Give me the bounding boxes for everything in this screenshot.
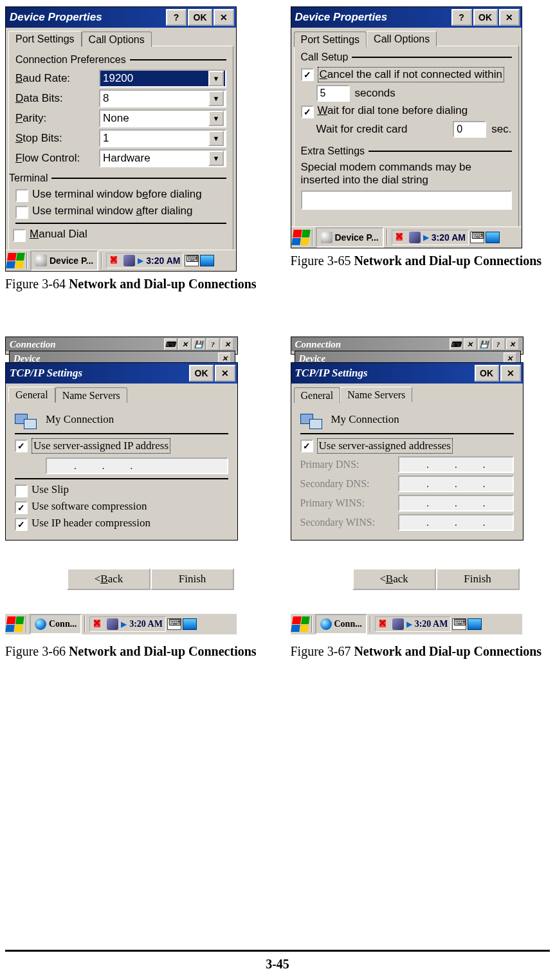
start-icon[interactable]: [6, 253, 24, 268]
close-button[interactable]: ✕: [500, 365, 521, 382]
volume-icon[interactable]: [409, 232, 421, 243]
credit-seconds-input[interactable]: 0: [453, 121, 486, 138]
help-button[interactable]: ?: [166, 9, 187, 26]
keyboard-mini-icon[interactable]: ⌨: [164, 338, 177, 350]
primary-wins-label: Primary WINS:: [300, 497, 395, 509]
volume-icon[interactable]: [107, 618, 118, 630]
ip-header-compression-checkbox[interactable]: ✓: [15, 518, 28, 531]
tcpip-settings-window-name-servers: TCP/IP Settings OK ✕ General Name Server…: [291, 362, 523, 541]
credit-card-label: Wait for credit card: [316, 123, 448, 136]
tab-call-options[interactable]: Call Options: [367, 31, 437, 46]
volume-icon[interactable]: [123, 255, 135, 266]
desktop-icon[interactable]: [468, 618, 482, 630]
server-ip-checkbox[interactable]: ✓: [15, 439, 28, 452]
task-device-properties[interactable]: Device P...: [316, 227, 384, 248]
ok-button[interactable]: OK: [475, 365, 499, 382]
start-icon[interactable]: [5, 616, 24, 632]
task-device-properties[interactable]: Device P...: [30, 250, 98, 271]
chevron-down-icon[interactable]: ▼: [208, 91, 224, 106]
error-flag-icon[interactable]: [378, 618, 390, 630]
terminal-before-checkbox[interactable]: [15, 189, 28, 202]
secondary-wins-input[interactable]: ...: [398, 514, 513, 531]
flow-control-dropdown[interactable]: Hardware▼: [99, 149, 226, 167]
ok-button[interactable]: OK: [189, 365, 214, 382]
chevron-down-icon[interactable]: ▼: [208, 111, 224, 126]
start-icon[interactable]: [291, 230, 310, 245]
wait-dial-tone-checkbox[interactable]: ✓: [301, 106, 314, 118]
data-bits-dropdown[interactable]: 8▼: [99, 89, 226, 107]
keyboard-icon[interactable]: [167, 618, 181, 630]
help-mini-icon[interactable]: ?: [206, 338, 219, 350]
volume-icon[interactable]: [392, 618, 404, 630]
ip-address-input[interactable]: ...: [46, 458, 228, 474]
error-flag-icon[interactable]: [395, 232, 406, 243]
cancel-seconds-input[interactable]: 5: [316, 85, 350, 102]
chevron-down-icon[interactable]: ▼: [208, 71, 224, 86]
help-mini-icon[interactable]: ?: [492, 338, 505, 350]
back-button[interactable]: < Back: [67, 568, 150, 590]
tab-name-servers[interactable]: Name Servers: [340, 387, 412, 402]
stop-bits-dropdown[interactable]: 1▼: [99, 129, 226, 147]
x-mini-icon[interactable]: ✕: [221, 338, 233, 350]
ok-button[interactable]: OK: [473, 9, 498, 26]
close-button[interactable]: ✕: [499, 9, 520, 26]
chevron-down-icon[interactable]: ▼: [208, 151, 224, 166]
start-icon[interactable]: [291, 616, 309, 632]
device-properties-window-call: Device Properties ? OK ✕ Port Settings C…: [291, 6, 522, 248]
terminal-before-label: Use terminal window before dialing: [32, 188, 202, 201]
close-mini-icon[interactable]: ✕: [178, 338, 191, 350]
x-mini-icon[interactable]: ✕: [506, 338, 519, 350]
expand-tray-icon[interactable]: ▶: [138, 256, 143, 265]
close-button[interactable]: ✕: [215, 365, 235, 382]
server-addresses-checkbox[interactable]: ✓: [300, 439, 313, 452]
desktop-icon[interactable]: [200, 255, 214, 266]
tab-general[interactable]: General: [294, 387, 341, 403]
clock: 3:20 AM: [146, 255, 180, 266]
chevron-down-icon[interactable]: ▼: [208, 131, 224, 146]
tab-general[interactable]: General: [8, 387, 55, 402]
cancel-call-checkbox[interactable]: ✓: [301, 68, 314, 81]
ok-button[interactable]: OK: [188, 9, 212, 26]
help-button[interactable]: ?: [451, 9, 472, 26]
terminal-after-checkbox[interactable]: [15, 206, 28, 219]
secondary-wins-label: Secondary WINS:: [300, 517, 395, 528]
parity-dropdown[interactable]: None▼: [99, 109, 226, 127]
close-button[interactable]: ✕: [214, 9, 234, 26]
expand-tray-icon[interactable]: ▶: [423, 233, 429, 242]
globe-icon: [35, 618, 46, 630]
primary-dns-input[interactable]: ...: [398, 456, 513, 473]
tab-call-options[interactable]: Call Options: [82, 32, 152, 47]
close-mini-icon[interactable]: ✕: [464, 338, 477, 350]
keyboard-icon[interactable]: [452, 618, 466, 630]
keyboard-icon[interactable]: [470, 232, 484, 243]
error-flag-icon[interactable]: [109, 255, 121, 266]
keyboard-mini-icon[interactable]: ⌨: [450, 338, 462, 350]
expand-tray-icon[interactable]: ▶: [406, 620, 412, 629]
window-title: TCP/IP Settings: [295, 367, 473, 380]
baud-rate-dropdown[interactable]: 19200▼: [99, 69, 226, 88]
back-button[interactable]: < Back: [352, 568, 436, 590]
tab-name-servers[interactable]: Name Servers: [55, 387, 127, 403]
task-connection[interactable]: Conn...: [30, 614, 82, 634]
tab-port-settings[interactable]: Port Settings: [294, 32, 367, 47]
modem-commands-input[interactable]: [301, 190, 512, 210]
use-slip-checkbox[interactable]: [15, 485, 28, 497]
primary-wins-input[interactable]: ...: [398, 495, 513, 512]
secondary-dns-input[interactable]: ...: [398, 476, 513, 492]
desktop-icon[interactable]: [183, 618, 197, 630]
taskbar: Conn... ▶ 3:20 AM: [5, 613, 237, 634]
task-connection[interactable]: Conn...: [315, 614, 367, 634]
manual-dial-checkbox[interactable]: [13, 229, 26, 242]
window-title: TCP/IP Settings: [10, 367, 188, 380]
save-mini-icon[interactable]: 💾: [478, 338, 491, 350]
desktop-icon[interactable]: [486, 232, 500, 243]
keyboard-icon[interactable]: [185, 255, 199, 266]
sw-compression-checkbox[interactable]: ✓: [15, 501, 28, 514]
expand-tray-icon[interactable]: ▶: [121, 620, 127, 629]
system-tray: ▶ 3:20 AM: [106, 253, 183, 268]
tab-port-settings[interactable]: Port Settings: [8, 31, 82, 46]
finish-button[interactable]: Finish: [150, 568, 234, 590]
finish-button[interactable]: Finish: [436, 568, 520, 590]
error-flag-icon[interactable]: [93, 618, 104, 630]
save-mini-icon[interactable]: 💾: [192, 338, 205, 350]
